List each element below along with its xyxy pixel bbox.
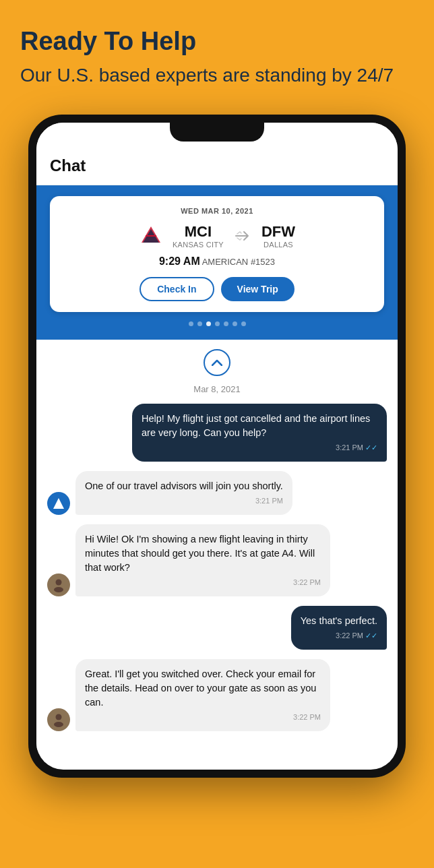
flight-time: 9:29 AM [159, 255, 200, 267]
carousel-dot-2[interactable] [197, 321, 202, 326]
collapse-btn-row [47, 340, 387, 381]
chat-body: Mar 8, 2021 Help! My flight just got can… [36, 340, 398, 751]
flight-number: #1523 [251, 257, 275, 267]
svg-point-7 [54, 722, 63, 727]
message-time: 3:22 PM [85, 578, 321, 588]
origin-city: MCI KANSAS CITY [173, 223, 224, 249]
message-text: Yes that's perfect. [301, 614, 377, 628]
chat-date-divider: Mar 8, 2021 [47, 384, 387, 394]
message-row: Great. I'll get you switched over. Check… [47, 659, 387, 731]
message-text: Hi Wile! Ok I'm showing a new flight lea… [85, 532, 321, 575]
carousel-dot-5[interactable] [224, 321, 228, 326]
message-time: 3:22 PM ✓✓ [301, 631, 377, 642]
svg-point-6 [56, 714, 62, 720]
collapse-button[interactable] [204, 349, 230, 376]
svg-point-5 [54, 587, 63, 592]
phone-frame: Chat WED MAR 10, 2021 MCI [28, 115, 406, 778]
phone-notch [170, 123, 264, 142]
message-row: Hi Wile! Ok I'm showing a new flight lea… [47, 524, 387, 596]
phone-wrapper: Chat WED MAR 10, 2021 MCI [0, 115, 434, 805]
flight-date: WED MAR 10, 2021 [61, 207, 373, 215]
chevron-up-icon [212, 359, 222, 366]
person-icon [51, 712, 66, 727]
agent-avatar [47, 708, 70, 731]
carousel-dot-4[interactable] [215, 321, 220, 326]
flight-route: MCI KANSAS CITY DFW DALLAS [61, 223, 373, 249]
carousel-dot-1[interactable] [189, 321, 193, 326]
message-row: Yes that's perfect. 3:22 PM ✓✓ [47, 606, 387, 650]
read-check-icon: ✓✓ [365, 443, 377, 454]
message-time: 3:22 PM [85, 712, 321, 723]
message-bubble-received-5: Great. I'll get you switched over. Check… [75, 659, 330, 731]
dest-city-name: DALLAS [261, 241, 295, 249]
flight-card-section: WED MAR 10, 2021 MCI KANSAS CITY [36, 185, 398, 340]
airline-name: AMERICAN [202, 257, 251, 267]
flight-time-row: 9:29 AM AMERICAN #1523 [61, 255, 373, 268]
carousel-dot-6[interactable] [232, 321, 237, 326]
dest-city: DFW DALLAS [261, 223, 295, 249]
check-in-button[interactable]: Check In [140, 277, 214, 301]
person-icon [51, 578, 66, 592]
origin-city-name: KANSAS CITY [173, 241, 224, 249]
hero-section: Ready To Help Our U.S. based experts are… [0, 0, 434, 108]
agent-avatar [47, 574, 70, 596]
chat-header-title: Chat [50, 156, 384, 175]
flight-card: WED MAR 10, 2021 MCI KANSAS CITY [50, 196, 384, 312]
message-time: 3:21 PM [85, 496, 283, 507]
flight-arrow-icon [233, 229, 252, 243]
flight-actions: Check In View Trip [61, 277, 373, 301]
hero-title: Ready To Help [20, 27, 414, 57]
message-text: Great. I'll get you switched over. Check… [85, 667, 321, 710]
message-text: One of our travel advisors will join you… [85, 479, 283, 493]
message-bubble-received-3: Hi Wile! Ok I'm showing a new flight lea… [75, 524, 330, 596]
bot-avatar [47, 492, 70, 515]
airline-logo-icon [139, 224, 163, 248]
view-trip-button[interactable]: View Trip [221, 277, 294, 301]
hero-subtitle: Our U.S. based experts are standing by 2… [20, 63, 414, 88]
message-bubble-received-2: One of our travel advisors will join you… [75, 471, 292, 515]
carousel-dots [44, 321, 390, 326]
message-row: One of our travel advisors will join you… [47, 471, 387, 515]
svg-marker-3 [53, 498, 64, 509]
carousel-dot-7[interactable] [241, 321, 246, 326]
message-row: Help! My flight just got cancelled and t… [47, 404, 387, 462]
message-bubble-sent-1: Help! My flight just got cancelled and t… [132, 404, 387, 462]
arrow-icon [53, 497, 65, 509]
message-bubble-sent-4: Yes that's perfect. 3:22 PM ✓✓ [291, 606, 387, 650]
read-check-icon: ✓✓ [365, 631, 377, 642]
carousel-dot-3[interactable] [206, 321, 211, 326]
dest-code: DFW [261, 223, 295, 241]
svg-point-4 [56, 579, 62, 585]
origin-code: MCI [173, 223, 224, 241]
phone-screen: Chat WED MAR 10, 2021 MCI [36, 123, 398, 770]
message-text: Help! My flight just got cancelled and t… [142, 412, 377, 440]
message-time: 3:21 PM ✓✓ [142, 443, 377, 454]
